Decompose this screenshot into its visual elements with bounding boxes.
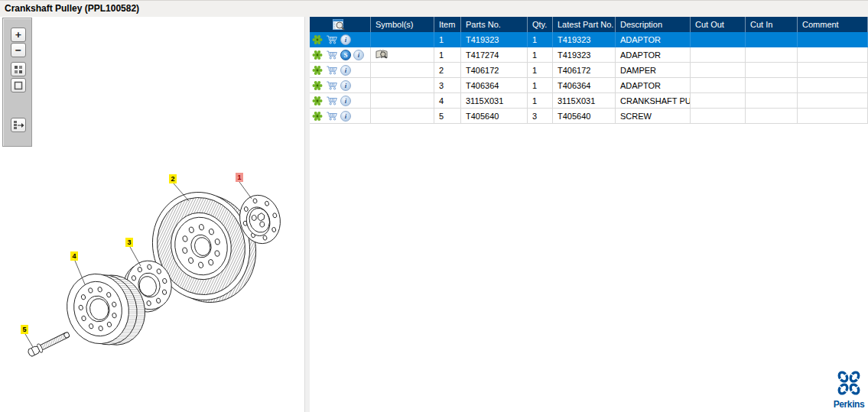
parts-no-cell: T406364 — [461, 78, 528, 93]
gear-icon[interactable] — [311, 95, 323, 106]
column-header-cut-in[interactable]: Cut In — [746, 17, 798, 32]
table-row[interactable]: i 1 T419323 1 T419323 ADAPTOR — [310, 32, 868, 47]
full-view-button[interactable] — [11, 78, 26, 92]
zoom-out-button[interactable]: − — [11, 43, 26, 57]
item-cell: 4 — [434, 93, 461, 109]
perkins-rings-icon — [835, 369, 863, 397]
comment-cell — [798, 78, 868, 93]
cut-out-cell — [691, 32, 746, 47]
toggle-list-panel-button[interactable] — [11, 118, 26, 132]
column-header-item[interactable]: Item — [434, 17, 461, 32]
full-view-icon — [14, 81, 23, 90]
zoom-in-button[interactable]: + — [11, 28, 26, 42]
latest-part-no-cell: T406172 — [553, 63, 616, 78]
cut-in-cell — [746, 32, 798, 47]
book-magnifier-icon[interactable] — [375, 49, 388, 60]
column-header-actions[interactable] — [310, 17, 371, 32]
cart-icon[interactable] — [326, 34, 338, 45]
gear-icon[interactable] — [311, 64, 323, 76]
title-bar: Crankshaft Pulley (PPL100582) — [0, 0, 868, 17]
parts-no-cell: T419323 — [461, 32, 528, 47]
column-header-comment[interactable]: Comment — [798, 17, 868, 32]
parts-no-cell: 3115X031 — [461, 93, 528, 109]
latest-part-no-cell: T419323 — [553, 32, 616, 47]
qty-cell: 1 — [528, 78, 553, 93]
table-row[interactable]: i 3 T406364 1 T406364 ADAPTOR — [310, 78, 868, 93]
callout-2[interactable]: 2 — [169, 174, 177, 183]
description-cell: ADAPTOR — [616, 47, 691, 63]
description-cell: DAMPER — [616, 63, 691, 78]
cut-in-cell — [746, 109, 798, 124]
substitute-icon[interactable]: S — [340, 50, 351, 60]
table-row[interactable]: S i 1 T417274 1 T419323 ADAPTOR — [310, 47, 868, 63]
column-header-symbols[interactable]: Symbol(s) — [371, 17, 434, 32]
item-cell: 5 — [434, 109, 461, 124]
comment-cell — [798, 93, 868, 109]
info-icon[interactable]: i — [340, 80, 351, 91]
table-header-row: Symbol(s) Item Parts No. Qty. Latest Par… — [310, 17, 868, 32]
qty-cell: 3 — [528, 109, 553, 124]
column-header-qty[interactable]: Qty. — [528, 17, 553, 32]
callout-3[interactable]: 3 — [125, 238, 133, 247]
description-cell: ADAPTOR — [616, 32, 691, 47]
exploded-view-drawing — [0, 17, 304, 412]
cut-out-cell — [691, 47, 746, 63]
gear-icon[interactable] — [311, 34, 323, 45]
parts-no-cell: T406172 — [461, 63, 528, 78]
cut-out-cell — [691, 93, 746, 109]
cart-icon[interactable] — [326, 49, 338, 60]
cart-icon[interactable] — [326, 64, 338, 76]
latest-part-no-cell: T419323 — [553, 47, 616, 63]
perkins-wordmark: Perkins — [831, 399, 866, 410]
info-icon[interactable]: i — [340, 111, 351, 122]
cart-icon[interactable] — [326, 79, 338, 91]
qty-cell: 1 — [528, 63, 553, 78]
gear-icon[interactable] — [311, 49, 323, 60]
callout-1[interactable]: 1 — [236, 173, 243, 182]
gear-icon[interactable] — [311, 110, 323, 122]
symbol-cell — [371, 93, 434, 109]
cut-out-cell — [691, 78, 746, 93]
item-cell: 3 — [434, 78, 461, 93]
panel-divider[interactable] — [304, 17, 310, 412]
cut-in-cell — [746, 78, 798, 93]
preview-search-icon — [333, 19, 345, 31]
table-row[interactable]: i 2 T406172 1 T406172 DAMPER — [310, 63, 868, 78]
item-cell: 2 — [434, 63, 461, 78]
latest-part-no-cell: T406364 — [553, 78, 616, 93]
latest-part-no-cell: 3115X031 — [553, 93, 616, 109]
symbol-cell — [371, 109, 434, 124]
gear-icon[interactable] — [311, 79, 323, 91]
qty-cell: 1 — [528, 32, 553, 47]
list-panel-arrow-icon — [13, 120, 24, 130]
cut-in-cell — [746, 47, 798, 63]
table-row[interactable]: i 4 3115X031 1 3115X031 CRANKSHAFT PULLE… — [310, 93, 868, 109]
comment-cell — [798, 47, 868, 63]
column-header-parts-no[interactable]: Parts No. — [461, 17, 528, 32]
callout-4[interactable]: 4 — [70, 251, 78, 261]
parts-no-cell: T417274 — [461, 47, 528, 63]
tile-view-button[interactable] — [11, 62, 26, 76]
symbol-cell — [371, 78, 434, 93]
qty-cell: 1 — [528, 93, 553, 109]
info-icon[interactable]: i — [340, 34, 351, 45]
callout-5[interactable]: 5 — [21, 325, 28, 334]
part-screw[interactable] — [27, 330, 70, 358]
symbol-cell[interactable] — [371, 47, 434, 63]
column-header-cut-out[interactable]: Cut Out — [691, 17, 746, 32]
cut-in-cell — [746, 93, 798, 109]
column-header-description[interactable]: Description — [616, 17, 691, 32]
tile-view-icon — [14, 65, 23, 74]
info-icon[interactable]: i — [340, 65, 351, 76]
cut-in-cell — [746, 63, 798, 78]
description-cell: SCREW — [616, 109, 691, 124]
comment-cell — [798, 32, 868, 47]
info-icon[interactable]: i — [353, 50, 364, 60]
cart-icon[interactable] — [326, 95, 338, 106]
table-row[interactable]: i 5 T405640 3 T405640 SCREW — [310, 109, 868, 124]
item-cell: 1 — [434, 47, 461, 63]
column-header-latest-part-no[interactable]: Latest Part No. — [553, 17, 616, 32]
cart-icon[interactable] — [326, 110, 338, 122]
info-icon[interactable]: i — [340, 96, 351, 106]
diagram-panel[interactable]: 1 2 3 4 5 — [0, 17, 304, 412]
